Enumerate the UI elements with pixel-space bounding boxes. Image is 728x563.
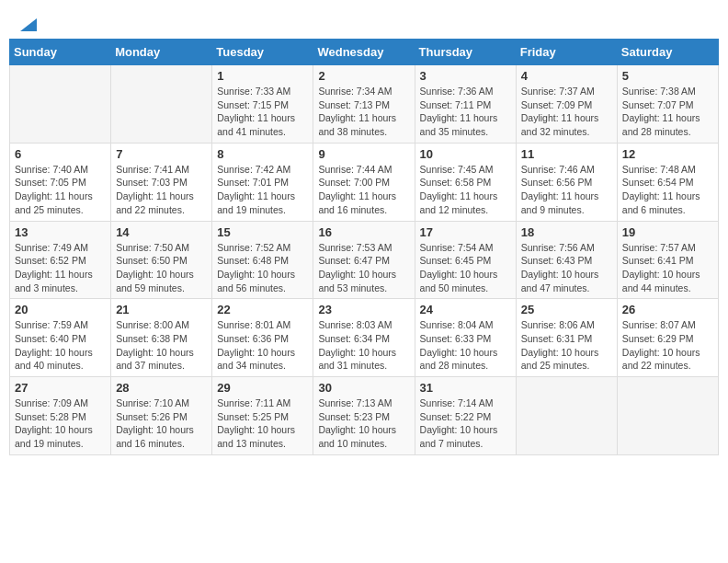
day-number: 21 [116,303,207,316]
day-number: 14 [116,225,207,239]
day-info: Sunrise: 8:03 AM Sunset: 6:34 PM Dayligh… [318,318,409,373]
calendar-cell [111,65,212,144]
calendar-table: SundayMondayTuesdayWednesdayThursdayFrid… [9,39,719,455]
calendar-header-tuesday: Tuesday [212,40,313,65]
calendar-cell: 4Sunrise: 7:37 AM Sunset: 7:09 PM Daylig… [516,65,617,144]
day-info: Sunrise: 7:33 AM Sunset: 7:15 PM Dayligh… [217,85,308,139]
day-number: 9 [318,147,409,161]
calendar-cell: 22Sunrise: 8:01 AM Sunset: 6:36 PM Dayli… [212,299,313,377]
calendar-cell: 9Sunrise: 7:44 AM Sunset: 7:00 PM Daylig… [313,143,415,221]
calendar-week-row: 1Sunrise: 7:33 AM Sunset: 7:15 PM Daylig… [10,65,719,144]
day-info: Sunrise: 8:07 AM Sunset: 6:29 PM Dayligh… [622,318,713,373]
day-number: 6 [15,147,106,161]
day-number: 28 [116,381,207,395]
calendar-week-row: 27Sunrise: 7:09 AM Sunset: 5:28 PM Dayli… [10,377,719,455]
day-info: Sunrise: 7:37 AM Sunset: 7:09 PM Dayligh… [521,85,612,139]
calendar-cell: 1Sunrise: 7:33 AM Sunset: 7:15 PM Daylig… [212,65,313,144]
day-number: 19 [622,225,713,239]
calendar-week-row: 20Sunrise: 7:59 AM Sunset: 6:40 PM Dayli… [10,299,719,377]
calendar-cell: 28Sunrise: 7:10 AM Sunset: 5:26 PM Dayli… [111,377,212,455]
day-info: Sunrise: 7:50 AM Sunset: 6:50 PM Dayligh… [116,241,207,295]
day-info: Sunrise: 7:42 AM Sunset: 7:01 PM Dayligh… [217,163,308,217]
day-info: Sunrise: 7:40 AM Sunset: 7:05 PM Dayligh… [15,163,106,217]
day-info: Sunrise: 7:57 AM Sunset: 6:41 PM Dayligh… [622,241,713,295]
day-number: 17 [420,225,511,239]
calendar-cell: 5Sunrise: 7:38 AM Sunset: 7:07 PM Daylig… [617,65,718,144]
calendar-cell: 11Sunrise: 7:46 AM Sunset: 6:56 PM Dayli… [516,143,617,221]
day-number: 27 [15,381,106,395]
calendar-cell: 25Sunrise: 8:06 AM Sunset: 6:31 PM Dayli… [516,299,617,377]
calendar-cell: 18Sunrise: 7:56 AM Sunset: 6:43 PM Dayli… [516,221,617,299]
calendar-week-row: 6Sunrise: 7:40 AM Sunset: 7:05 PM Daylig… [10,143,719,221]
day-number: 24 [420,303,511,316]
day-info: Sunrise: 7:11 AM Sunset: 5:25 PM Dayligh… [217,396,308,451]
calendar-cell: 30Sunrise: 7:13 AM Sunset: 5:23 PM Dayli… [313,377,415,455]
day-number: 13 [15,225,106,239]
day-info: Sunrise: 7:38 AM Sunset: 7:07 PM Dayligh… [622,85,713,139]
day-info: Sunrise: 7:44 AM Sunset: 7:00 PM Dayligh… [318,163,409,217]
day-number: 4 [521,69,612,83]
day-number: 10 [420,147,511,161]
day-number: 20 [15,303,106,316]
calendar-cell: 15Sunrise: 7:52 AM Sunset: 6:48 PM Dayli… [212,221,313,299]
calendar-cell: 7Sunrise: 7:41 AM Sunset: 7:03 PM Daylig… [111,143,212,221]
day-info: Sunrise: 8:06 AM Sunset: 6:31 PM Dayligh… [521,318,612,373]
calendar-cell: 17Sunrise: 7:54 AM Sunset: 6:45 PM Dayli… [415,221,516,299]
logo [18,18,37,31]
calendar-cell: 6Sunrise: 7:40 AM Sunset: 7:05 PM Daylig… [10,143,111,221]
calendar-cell: 29Sunrise: 7:11 AM Sunset: 5:25 PM Dayli… [212,377,313,455]
day-info: Sunrise: 7:10 AM Sunset: 5:26 PM Dayligh… [116,396,207,451]
day-info: Sunrise: 7:41 AM Sunset: 7:03 PM Dayligh… [116,163,207,217]
calendar-header-thursday: Thursday [415,40,516,65]
day-info: Sunrise: 7:36 AM Sunset: 7:11 PM Dayligh… [420,85,511,139]
day-number: 30 [318,381,409,395]
calendar-cell: 10Sunrise: 7:45 AM Sunset: 6:58 PM Dayli… [415,143,516,221]
calendar-cell: 16Sunrise: 7:53 AM Sunset: 6:47 PM Dayli… [313,221,415,299]
calendar-cell: 19Sunrise: 7:57 AM Sunset: 6:41 PM Dayli… [617,221,718,299]
header [9,9,719,39]
day-number: 12 [622,147,713,161]
day-number: 3 [420,69,511,83]
day-info: Sunrise: 7:49 AM Sunset: 6:52 PM Dayligh… [15,241,106,295]
day-number: 8 [217,147,308,161]
day-info: Sunrise: 7:09 AM Sunset: 5:28 PM Dayligh… [15,396,106,451]
day-number: 7 [116,147,207,161]
calendar-cell: 12Sunrise: 7:48 AM Sunset: 6:54 PM Dayli… [617,143,718,221]
day-number: 23 [318,303,409,316]
day-number: 18 [521,225,612,239]
calendar-header-monday: Monday [111,40,212,65]
calendar-cell: 31Sunrise: 7:14 AM Sunset: 5:22 PM Dayli… [415,377,516,455]
calendar-header-sunday: Sunday [10,40,111,65]
calendar-cell: 14Sunrise: 7:50 AM Sunset: 6:50 PM Dayli… [111,221,212,299]
calendar-header-friday: Friday [516,40,617,65]
calendar-cell: 20Sunrise: 7:59 AM Sunset: 6:40 PM Dayli… [10,299,111,377]
day-number: 15 [217,225,308,239]
day-info: Sunrise: 7:34 AM Sunset: 7:13 PM Dayligh… [318,85,409,139]
calendar-cell: 27Sunrise: 7:09 AM Sunset: 5:28 PM Dayli… [10,377,111,455]
day-number: 2 [318,69,409,83]
day-info: Sunrise: 8:04 AM Sunset: 6:33 PM Dayligh… [420,318,511,373]
calendar-header-saturday: Saturday [617,40,718,65]
day-info: Sunrise: 7:45 AM Sunset: 6:58 PM Dayligh… [420,163,511,217]
day-info: Sunrise: 7:56 AM Sunset: 6:43 PM Dayligh… [521,241,612,295]
calendar-cell: 2Sunrise: 7:34 AM Sunset: 7:13 PM Daylig… [313,65,415,144]
calendar-cell: 26Sunrise: 8:07 AM Sunset: 6:29 PM Dayli… [617,299,718,377]
day-info: Sunrise: 7:53 AM Sunset: 6:47 PM Dayligh… [318,241,409,295]
day-info: Sunrise: 8:00 AM Sunset: 6:38 PM Dayligh… [116,318,207,373]
day-number: 11 [521,147,612,161]
day-number: 22 [217,303,308,316]
calendar-cell [10,65,111,144]
day-info: Sunrise: 7:13 AM Sunset: 5:23 PM Dayligh… [318,396,409,451]
day-number: 5 [622,69,713,83]
day-info: Sunrise: 8:01 AM Sunset: 6:36 PM Dayligh… [217,318,308,373]
day-info: Sunrise: 7:54 AM Sunset: 6:45 PM Dayligh… [420,241,511,295]
day-number: 29 [217,381,308,395]
calendar-cell [516,377,617,455]
day-info: Sunrise: 7:59 AM Sunset: 6:40 PM Dayligh… [15,318,106,373]
calendar-cell: 21Sunrise: 8:00 AM Sunset: 6:38 PM Dayli… [111,299,212,377]
calendar-cell: 24Sunrise: 8:04 AM Sunset: 6:33 PM Dayli… [415,299,516,377]
logo-icon [20,18,37,31]
calendar-header-wednesday: Wednesday [313,40,415,65]
calendar-cell: 13Sunrise: 7:49 AM Sunset: 6:52 PM Dayli… [10,221,111,299]
calendar-cell: 23Sunrise: 8:03 AM Sunset: 6:34 PM Dayli… [313,299,415,377]
